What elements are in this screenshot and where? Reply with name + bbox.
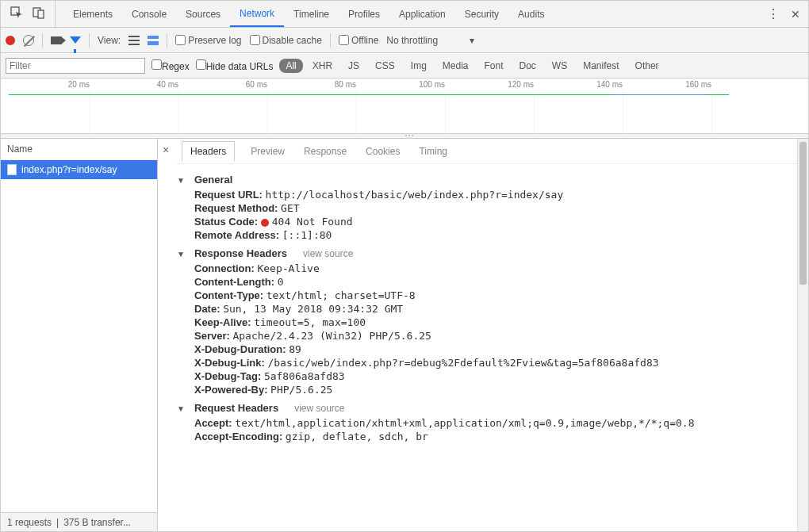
- request-list-panel: Name index.php?r=index/say 1 requests | …: [1, 139, 158, 531]
- header-row: Remote Address: [::1]:80: [194, 229, 797, 241]
- timeline-tick: 20 ms: [68, 80, 90, 89]
- view-source-link[interactable]: view source: [294, 403, 344, 414]
- type-filter-img[interactable]: Img: [404, 59, 433, 73]
- document-icon: [7, 164, 17, 175]
- tab-profiles[interactable]: Profiles: [339, 2, 389, 26]
- status-dot-icon: [261, 219, 269, 227]
- tab-network[interactable]: Network: [230, 2, 284, 27]
- subtab-response[interactable]: Response: [301, 141, 350, 162]
- tab-application[interactable]: Application: [389, 2, 455, 26]
- top-right-controls: ⋮ ✕: [759, 6, 808, 21]
- section-header[interactable]: Request Headersview source: [177, 400, 797, 415]
- tab-console[interactable]: Console: [122, 2, 176, 26]
- close-details-icon[interactable]: ×: [163, 144, 169, 156]
- filter-bar: Regex Hide data URLs AllXHRJSCSSImgMedia…: [1, 53, 808, 78]
- section-header[interactable]: Response Headersview source: [177, 246, 797, 261]
- inspect-element-icon[interactable]: [10, 6, 23, 21]
- divider: [89, 33, 90, 48]
- timeline-tick: 120 ms: [508, 80, 534, 89]
- clear-button[interactable]: [23, 35, 34, 46]
- timeline-tick: 40 ms: [157, 80, 178, 89]
- request-row[interactable]: index.php?r=index/say: [1, 160, 157, 179]
- detail-subtabs: HeadersPreviewResponseCookiesTiming: [177, 139, 797, 164]
- request-name: index.php?r=index/say: [21, 164, 117, 175]
- headers-view: GeneralRequest URL: http://localhost/bas…: [177, 164, 797, 531]
- throttling-dropdown[interactable]: No throttling ▾: [386, 35, 474, 46]
- timeline-bar-blue: [612, 94, 705, 95]
- header-row: Keep-Alive: timeout=5, max=100: [194, 316, 797, 328]
- type-filter-doc[interactable]: Doc: [513, 59, 543, 73]
- header-row: X-Debug-Tag: 5af806a8afd83: [194, 370, 797, 382]
- timeline-tick: 140 ms: [596, 80, 623, 89]
- tab-sources[interactable]: Sources: [176, 2, 230, 26]
- transfer-size: 375 B transfer...: [63, 517, 131, 528]
- type-filter-all[interactable]: All: [279, 59, 302, 73]
- header-row: Accept: text/html,application/xhtml+xml,…: [194, 417, 797, 429]
- header-row: Status Code: 404 Not Found: [194, 216, 797, 228]
- scrollbar-thumb[interactable]: [799, 142, 807, 285]
- divider: [167, 33, 167, 48]
- header-row: X-Debug-Link: /basic/web/index.php?r=deb…: [194, 357, 797, 369]
- type-filter-manifest[interactable]: Manifest: [577, 59, 625, 73]
- subtab-headers[interactable]: Headers: [182, 141, 235, 162]
- view-label: View:: [98, 35, 121, 46]
- type-filter-other[interactable]: Other: [629, 59, 665, 73]
- device-toggle-icon[interactable]: [33, 6, 45, 21]
- type-filter-font[interactable]: Font: [478, 59, 510, 73]
- filter-input[interactable]: [6, 58, 145, 74]
- tab-timeline[interactable]: Timeline: [284, 2, 339, 26]
- view-source-link[interactable]: view source: [303, 248, 353, 259]
- more-menu-icon[interactable]: ⋮: [767, 6, 780, 21]
- divider: [330, 33, 331, 48]
- tab-elements[interactable]: Elements: [63, 2, 122, 26]
- devtools-topbar: ElementsConsoleSourcesNetworkTimelinePro…: [1, 1, 808, 28]
- tab-security[interactable]: Security: [455, 2, 508, 26]
- header-row: Accept-Encoding: gzip, deflate, sdch, br: [194, 431, 797, 442]
- status-bar: 1 requests | 375 B transfer...: [1, 512, 157, 531]
- svg-rect-2: [38, 10, 44, 18]
- timeline-tick: 100 ms: [419, 80, 445, 89]
- divider: [42, 33, 43, 48]
- filter-toggle-icon[interactable]: [70, 36, 81, 44]
- type-filter-media[interactable]: Media: [436, 59, 475, 73]
- name-column-header[interactable]: Name: [1, 139, 157, 160]
- record-button[interactable]: [6, 36, 15, 45]
- timeline-tick: 160 ms: [685, 80, 711, 89]
- regex-checkbox[interactable]: Regex: [151, 59, 190, 72]
- screenshot-icon[interactable]: [51, 36, 62, 44]
- subtab-cookies[interactable]: Cookies: [362, 141, 403, 162]
- header-row: Date: Sun, 13 May 2018 09:34:32 GMT: [194, 303, 797, 315]
- hide-data-urls-checkbox[interactable]: Hide data URLs: [196, 59, 274, 72]
- offline-checkbox[interactable]: Offline: [339, 35, 378, 46]
- header-row: X-Powered-By: PHP/5.6.25: [194, 384, 797, 396]
- network-toolbar: View: Preserve log Disable cache Offline…: [1, 28, 808, 53]
- type-filters: AllXHRJSCSSImgMediaFontDocWSManifestOthe…: [279, 59, 665, 73]
- main-tabs: ElementsConsoleSourcesNetworkTimelinePro…: [56, 2, 759, 27]
- header-row: Content-Length: 0: [194, 276, 797, 288]
- header-row: Request URL: http://localhost/basic/web/…: [194, 189, 797, 201]
- type-filter-ws[interactable]: WS: [546, 59, 573, 73]
- tab-audits[interactable]: Audits: [508, 2, 554, 26]
- header-row: Request Method: GET: [194, 202, 797, 214]
- type-filter-js[interactable]: JS: [342, 59, 366, 73]
- disable-cache-checkbox[interactable]: Disable cache: [250, 35, 322, 46]
- timeline-tick: 60 ms: [246, 80, 267, 89]
- waterfall-view-icon[interactable]: [148, 36, 159, 45]
- timeline-overview[interactable]: 20 ms40 ms60 ms80 ms100 ms120 ms140 ms16…: [1, 78, 808, 134]
- preserve-log-checkbox[interactable]: Preserve log: [175, 35, 241, 46]
- request-count: 1 requests: [7, 517, 52, 528]
- close-devtools-icon[interactable]: ✕: [791, 8, 800, 21]
- subtab-preview[interactable]: Preview: [247, 141, 288, 162]
- details-panel: × HeadersPreviewResponseCookiesTiming Ge…: [158, 139, 808, 531]
- header-row: Content-Type: text/html; charset=UTF-8: [194, 289, 797, 301]
- header-row: Server: Apache/2.4.23 (Win32) PHP/5.6.25: [194, 330, 797, 342]
- scrollbar[interactable]: [797, 139, 808, 531]
- main-row: Name index.php?r=index/say 1 requests | …: [1, 139, 808, 531]
- list-view-icon[interactable]: [128, 36, 140, 45]
- section-header[interactable]: General: [177, 172, 797, 187]
- inspect-group: [1, 1, 56, 27]
- type-filter-xhr[interactable]: XHR: [306, 59, 339, 73]
- type-filter-css[interactable]: CSS: [369, 59, 401, 73]
- timeline-tick: 80 ms: [335, 80, 356, 89]
- subtab-timing[interactable]: Timing: [416, 141, 451, 162]
